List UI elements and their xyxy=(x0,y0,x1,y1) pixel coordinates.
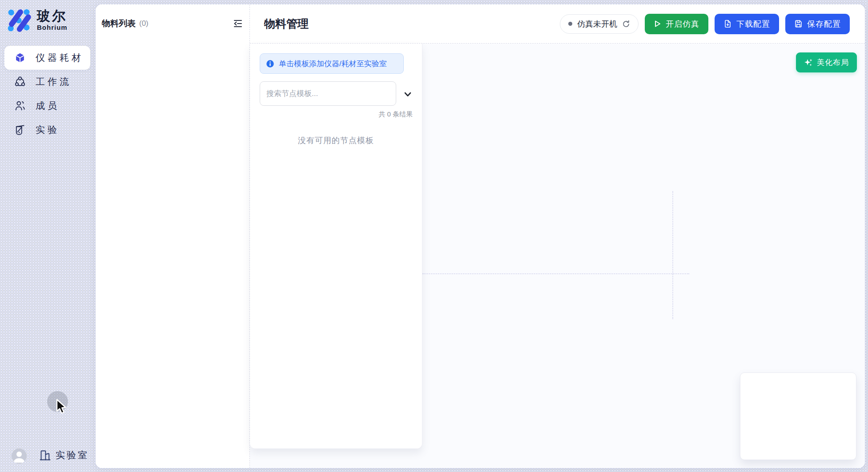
sidebar-menu: 仪器耗材 工作流 成员 xyxy=(4,46,90,142)
lab-label: 实验室 xyxy=(56,449,89,461)
avatar-person-icon xyxy=(12,448,27,464)
collapse-panel-icon[interactable] xyxy=(233,18,243,29)
lab-link[interactable]: 实验室 xyxy=(39,449,89,461)
brand-logo: 玻尔 Bohrium xyxy=(6,7,68,33)
flow-canvas[interactable]: 单击模板添加仪器/耗材至实验室 共 0 条结果 没有可用的节点模板 美化布局 xyxy=(250,44,865,468)
test-tube-icon xyxy=(14,124,26,136)
workflow-icon xyxy=(14,76,26,88)
main-header: 物料管理 仿真未开机 开启仿真 xyxy=(250,4,865,44)
brand-name-en: Bohrium xyxy=(37,24,68,31)
sidebar-item-label: 仪器耗材 xyxy=(36,52,84,64)
content-sheet: 物料列表 (0) 物料管理 仿真未开机 xyxy=(96,4,865,468)
simulation-status[interactable]: 仿真未开机 xyxy=(560,14,639,34)
user-avatar[interactable] xyxy=(12,448,27,464)
status-dot-icon xyxy=(568,22,572,26)
sidebar-item-instruments[interactable]: 仪器耗材 xyxy=(4,46,90,70)
page-title: 物料管理 xyxy=(264,16,309,31)
empty-state-text: 没有可用的节点模板 xyxy=(250,135,422,146)
file-download-icon xyxy=(723,20,732,28)
node-template-panel: 单击模板添加仪器/耗材至实验室 共 0 条结果 没有可用的节点模板 xyxy=(250,44,422,449)
sidebar-item-label: 成员 xyxy=(36,100,60,112)
mouse-cursor xyxy=(55,399,68,416)
bohrium-logo-icon xyxy=(6,7,32,33)
beautify-layout-button[interactable]: 美化布局 xyxy=(796,52,857,72)
material-list-panel: 物料列表 (0) xyxy=(96,4,250,468)
sidebar-item-label: 工作流 xyxy=(36,76,72,88)
sidebar-item-label: 实验 xyxy=(36,124,60,136)
play-icon xyxy=(654,20,661,28)
chevron-down-icon[interactable] xyxy=(402,88,414,100)
canvas-guide-line-vertical xyxy=(672,191,673,319)
canvas-guide-line-horizontal xyxy=(422,273,689,274)
sidebar-item-workflow[interactable]: 工作流 xyxy=(4,70,90,94)
material-list-count: (0) xyxy=(139,19,149,28)
info-icon xyxy=(266,60,274,68)
sparkles-icon xyxy=(804,58,813,67)
hint-text: 单击模板添加仪器/耗材至实验室 xyxy=(279,59,387,69)
cube-icon xyxy=(14,52,26,64)
building-icon xyxy=(39,449,51,461)
sidebar-item-experiments[interactable]: 实验 xyxy=(4,118,90,142)
result-count: 共 0 条结果 xyxy=(250,110,413,119)
main-area: 物料管理 仿真未开机 开启仿真 xyxy=(250,4,865,468)
material-list-title: 物料列表 xyxy=(102,18,136,29)
search-input[interactable] xyxy=(260,81,396,106)
save-icon xyxy=(794,20,803,28)
save-config-button[interactable]: 保存配置 xyxy=(785,14,850,34)
refresh-icon[interactable] xyxy=(622,20,630,28)
brand-name-zh: 玻尔 xyxy=(37,8,68,24)
sidebar-item-members[interactable]: 成员 xyxy=(4,94,90,118)
simulation-status-text: 仿真未开机 xyxy=(577,19,617,29)
hint-banner: 单击模板添加仪器/耗材至实验室 xyxy=(260,53,404,74)
download-config-button[interactable]: 下载配置 xyxy=(715,14,779,34)
minimap[interactable] xyxy=(740,372,856,460)
start-simulation-button[interactable]: 开启仿真 xyxy=(645,14,708,34)
members-icon xyxy=(14,100,26,112)
